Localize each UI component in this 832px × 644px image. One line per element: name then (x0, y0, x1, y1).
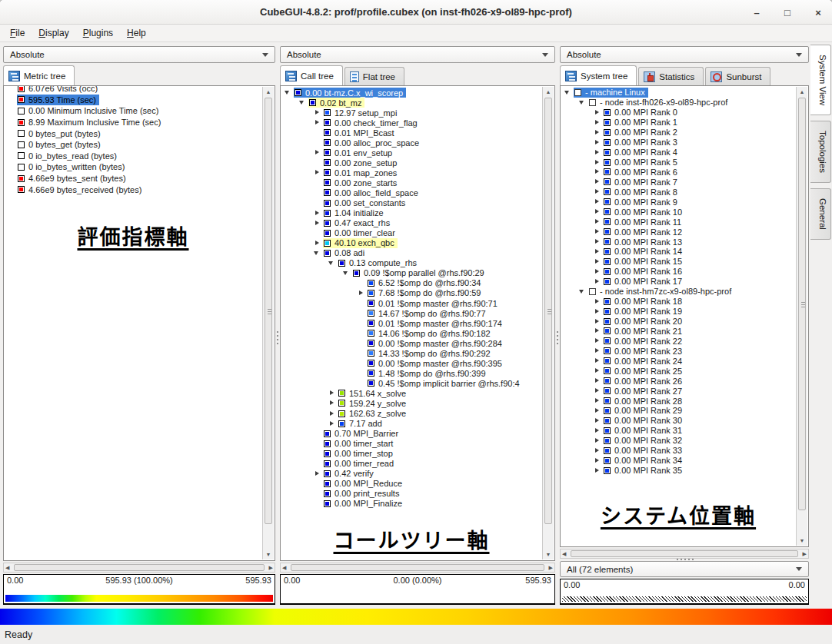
call-tree-row[interactable]: 151.64 x_solve (281, 388, 542, 398)
value-color-box-icon[interactable] (368, 380, 374, 387)
value-color-box-icon[interactable] (324, 440, 331, 447)
expand-icon[interactable] (593, 207, 602, 216)
value-color-box-icon[interactable] (368, 350, 374, 357)
value-color-box-icon[interactable] (338, 400, 345, 407)
value-color-box-icon[interactable] (324, 470, 331, 477)
expand-icon[interactable] (593, 148, 602, 157)
value-color-box-icon[interactable] (18, 141, 25, 148)
expand-icon[interactable] (593, 337, 602, 345)
value-color-box-icon[interactable] (368, 320, 374, 327)
call-tree-row[interactable]: 0.08 adi (281, 248, 542, 258)
value-color-box-icon[interactable] (324, 460, 331, 467)
system-tree-row[interactable]: 0.00 MPI Rank 30 (561, 416, 796, 426)
system-tree-row[interactable]: 0.00 MPI Rank 7 (561, 177, 796, 187)
system-tree-row[interactable]: 0.00 MPI Rank 16 (561, 267, 796, 277)
system-tree-row[interactable]: - node inst-hm7zc-x9-ol89-hpc-prof (561, 287, 796, 297)
value-color-box-icon[interactable] (338, 420, 345, 427)
system-filter-combobox[interactable]: All (72 elements) (560, 561, 809, 577)
value-color-box-icon[interactable] (18, 152, 25, 159)
call-horizontal-scrollbar[interactable]: ◀ ▶ (280, 563, 555, 573)
title-bar[interactable]: CubeGUI-4.8.2: prof/profile.cubex (on in… (0, 0, 832, 25)
value-color-box-icon[interactable] (604, 159, 611, 166)
expand-icon[interactable] (593, 118, 602, 127)
metric-tree-row[interactable]: 0 io_bytes_read (bytes) (4, 151, 262, 162)
scroll-down-icon[interactable]: ▼ (263, 549, 274, 559)
call-tree-row[interactable]: 0.00 zone_starts (281, 178, 542, 188)
value-color-box-icon[interactable] (604, 387, 611, 394)
value-color-box-icon[interactable] (604, 149, 611, 156)
call-tree-row[interactable]: 14.33 !$omp do @rhs.f90:292 (281, 348, 542, 358)
system-tree-row[interactable]: 0.00 MPI Rank 4 (561, 148, 796, 158)
call-tree-row[interactable]: 0.01 env_setup (281, 148, 542, 158)
value-color-box-icon[interactable] (368, 330, 374, 337)
system-tree-row[interactable]: 0.00 MPI Rank 0 (561, 108, 796, 118)
system-tree-row[interactable]: 0.00 MPI Rank 19 (561, 307, 796, 317)
scrollbar-thumb[interactable] (571, 550, 798, 557)
call-tree-row[interactable]: 159.24 y_solve (281, 398, 542, 408)
tab-flat-tree[interactable]: Flat tree (344, 67, 404, 85)
value-color-box-icon[interactable] (368, 340, 374, 347)
tab-system-tree[interactable]: System tree (560, 65, 637, 85)
side-tab-topologies[interactable]: Topologies (810, 121, 831, 183)
call-tree-row[interactable]: 12.97 setup_mpi (281, 108, 542, 118)
checkbox-icon[interactable] (589, 288, 596, 295)
value-color-box-icon[interactable] (604, 417, 611, 424)
value-color-box-icon[interactable] (368, 290, 374, 297)
metric-tree-row[interactable]: 0 bytes_get (bytes) (4, 139, 262, 151)
call-tree-row[interactable]: 0.01 !$omp master @rhs.f90:174 (281, 318, 542, 328)
metric-tree-row[interactable]: 0 bytes_put (bytes) (4, 128, 262, 139)
value-color-box-icon[interactable] (604, 397, 611, 404)
value-color-box-icon[interactable] (324, 109, 331, 116)
value-color-box-icon[interactable] (604, 139, 611, 146)
expand-icon[interactable] (593, 317, 602, 326)
call-tree-row[interactable]: 0.02 bt_mz (281, 98, 542, 108)
system-tree-row[interactable]: 0.00 MPI Rank 12 (561, 227, 796, 237)
expand-icon[interactable] (328, 410, 337, 418)
scroll-right-icon[interactable]: ▶ (269, 563, 273, 573)
expand-icon[interactable] (593, 437, 602, 445)
expand-icon[interactable] (593, 108, 602, 117)
value-color-box-icon[interactable] (604, 258, 611, 265)
value-color-box-icon[interactable] (18, 108, 25, 115)
value-color-box-icon[interactable] (604, 268, 611, 275)
collapse-icon[interactable] (284, 88, 293, 97)
system-tree-row[interactable]: 0.00 MPI Rank 18 (561, 297, 796, 307)
expand-icon[interactable] (593, 297, 602, 306)
value-color-box-icon[interactable] (338, 390, 345, 397)
call-tree-row[interactable]: 40.10 exch_qbc (281, 238, 542, 248)
system-tree-row[interactable]: 0.00 MPI Rank 21 (561, 327, 796, 337)
call-tree-row[interactable]: 0.00 print_results (281, 489, 542, 499)
close-button[interactable]: × (812, 7, 824, 18)
scroll-up-icon[interactable]: ▲ (797, 87, 807, 97)
minimize-button[interactable]: – (750, 7, 763, 18)
value-color-box-icon[interactable] (604, 437, 611, 444)
system-tree-row[interactable]: 0.00 MPI Rank 35 (561, 466, 796, 476)
expand-icon[interactable] (593, 357, 602, 365)
value-color-box-icon[interactable] (324, 139, 331, 146)
expand-icon[interactable] (313, 209, 322, 217)
scrollbar-thumb[interactable] (265, 98, 272, 524)
call-tree-row[interactable]: 0.01 !$omp master @rhs.f90:71 (281, 298, 542, 308)
system-tree-row[interactable]: 0.00 MPI Rank 14 (561, 247, 796, 257)
value-color-box-icon[interactable] (604, 377, 611, 384)
scrollbar-thumb[interactable] (544, 98, 552, 524)
system-tree-row[interactable]: - node inst-fh026-x9-ol89-hpc-prof (561, 98, 796, 108)
value-color-box-icon[interactable] (324, 250, 331, 257)
system-tree-row[interactable]: 0.00 MPI Rank 31 (561, 426, 796, 436)
system-tree-row[interactable]: 0.00 MPI Rank 13 (561, 237, 796, 247)
value-color-box-icon[interactable] (604, 427, 611, 434)
call-tree-row[interactable]: 7.68 !$omp do @rhs.f90:59 (281, 288, 542, 298)
tab-statistics[interactable]: Statistics (638, 67, 704, 85)
value-color-box-icon[interactable] (18, 186, 25, 193)
metric-tree-row[interactable]: 4.66e9 bytes_sent (bytes) (4, 173, 262, 184)
value-color-box-icon[interactable] (604, 447, 611, 454)
value-color-box-icon[interactable] (338, 260, 345, 267)
value-color-box-icon[interactable] (604, 278, 611, 285)
value-color-box-icon[interactable] (368, 370, 374, 377)
value-color-box-icon[interactable] (338, 410, 345, 417)
scrollbar-thumb[interactable] (291, 564, 544, 571)
system-tree-row[interactable]: 0.00 MPI Rank 24 (561, 356, 796, 366)
call-tree-row[interactable]: 0.42 verify (281, 469, 542, 479)
expand-icon[interactable] (593, 227, 602, 236)
system-tree-row[interactable]: 0.00 MPI Rank 22 (561, 336, 796, 346)
